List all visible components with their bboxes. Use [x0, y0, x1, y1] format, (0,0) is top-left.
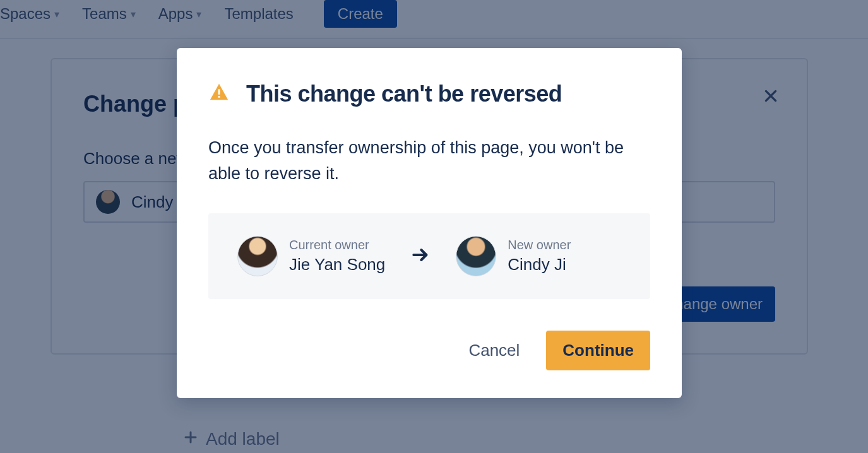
continue-button-label: Continue: [562, 341, 634, 360]
current-owner-name: Jie Yan Song: [289, 255, 385, 274]
modal-actions: Cancel Continue: [208, 331, 650, 370]
warning-icon: [208, 82, 230, 106]
new-owner-name: Cindy Ji: [508, 255, 571, 274]
avatar: [237, 236, 278, 276]
new-owner-group: New owner Cindy Ji: [456, 236, 571, 276]
arrow-right-icon: [410, 245, 431, 268]
modal-title: This change can't be reversed: [246, 81, 562, 107]
current-owner-group: Current owner Jie Yan Song: [237, 236, 385, 276]
cancel-button-label: Cancel: [468, 341, 520, 360]
cancel-button[interactable]: Cancel: [460, 332, 528, 369]
svg-rect-4: [218, 89, 220, 95]
continue-button[interactable]: Continue: [546, 331, 650, 370]
svg-rect-5: [218, 96, 220, 98]
modal-description: Once you transfer ownership of this page…: [208, 135, 650, 187]
owner-transfer-box: Current owner Jie Yan Song New owner Cin…: [208, 213, 650, 299]
avatar: [456, 236, 496, 276]
confirm-modal: This change can't be reversed Once you t…: [177, 48, 682, 398]
new-owner-label: New owner: [508, 238, 571, 252]
current-owner-label: Current owner: [289, 238, 385, 252]
